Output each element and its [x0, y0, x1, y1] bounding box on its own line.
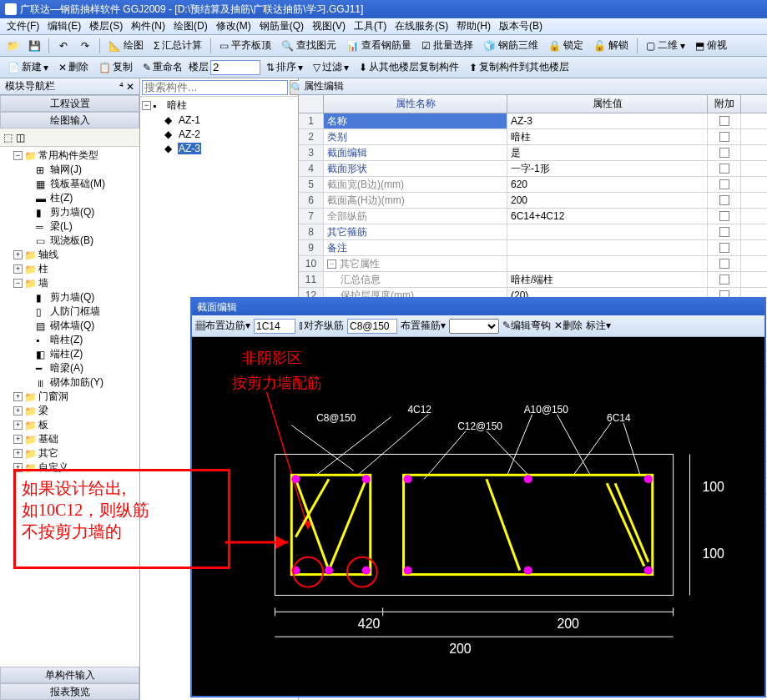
- top-view-button[interactable]: ⬒俯视: [692, 37, 730, 54]
- prop-value[interactable]: 一字-1形: [507, 161, 708, 176]
- component-type-tree[interactable]: −📁常用构件类型⊞轴网(J)▦筏板基础(M)▬柱(Z)▮剪力墙(Q)═梁(L)▭…: [0, 147, 139, 667]
- menu-component[interactable]: 构件(N): [128, 18, 169, 34]
- subtree-item[interactable]: ◆AZ-3: [142, 141, 296, 155]
- draw-button[interactable]: 📐绘图: [105, 37, 147, 54]
- menu-file[interactable]: 文件(F): [3, 18, 43, 34]
- nav-close-icon[interactable]: ⁴ ✕: [119, 81, 134, 93]
- accordion-report[interactable]: 报表预览: [0, 683, 139, 700]
- rebar-3d-button[interactable]: 🧊钢筋三维: [480, 37, 542, 54]
- flat-slab-button[interactable]: ▭平齐板顶: [216, 37, 275, 54]
- sort-button[interactable]: ⇅排序▾: [262, 58, 307, 76]
- rename-button[interactable]: ✎重命名: [139, 58, 187, 76]
- tree-item[interactable]: ⫼砌体加筋(Y): [2, 375, 138, 390]
- expand-icon[interactable]: +: [13, 264, 23, 274]
- prop-extra-checkbox[interactable]: [708, 177, 741, 192]
- tree-item[interactable]: ▮剪力墙(Q): [2, 205, 138, 219]
- prop-value[interactable]: 是: [507, 145, 708, 160]
- tree-item[interactable]: +📁柱: [2, 262, 138, 276]
- property-row[interactable]: 1名称AZ-3: [299, 113, 767, 129]
- prop-extra-checkbox[interactable]: [708, 129, 741, 144]
- tree-item[interactable]: −📁常用构件类型: [2, 149, 138, 163]
- edit-hook-button[interactable]: ✎编辑弯钩: [502, 319, 551, 333]
- prop-extra-checkbox[interactable]: [708, 209, 741, 224]
- expand-icon[interactable]: −: [13, 151, 23, 160]
- copy-button[interactable]: 📋复制: [94, 58, 137, 76]
- filter-button[interactable]: ▽过滤▾: [309, 58, 353, 76]
- prop-value[interactable]: 暗柱: [507, 129, 708, 144]
- prop-extra-checkbox[interactable]: [708, 224, 741, 239]
- prop-extra-checkbox[interactable]: [708, 272, 741, 287]
- menu-online[interactable]: 在线服务(S): [391, 18, 452, 34]
- search-input[interactable]: [142, 80, 288, 95]
- menu-rebar[interactable]: 钢筋量(Q): [256, 18, 307, 34]
- copy-to-floor-button[interactable]: ⬆复制构件到其他楼层: [465, 58, 573, 76]
- layer-icon[interactable]: ⬚: [3, 132, 13, 144]
- tree-item[interactable]: ▦筏板基础(M): [2, 177, 138, 191]
- tree-item[interactable]: +📁梁: [2, 404, 138, 418]
- copy-from-floor-button[interactable]: ⬇从其他楼层复制构件: [355, 58, 463, 76]
- section-canvas[interactable]: 非阴影区 按剪力墙配筋 C8@150 4C12 C12@150 A10@150 …: [192, 337, 764, 696]
- redo-icon[interactable]: ↷: [76, 37, 94, 55]
- subtree-item[interactable]: ◆AZ-1: [142, 113, 296, 127]
- prop-extra-checkbox[interactable]: [708, 193, 741, 208]
- accordion-project-settings[interactable]: 工程设置: [0, 95, 139, 112]
- expand-icon[interactable]: +: [13, 250, 23, 259]
- tree-item[interactable]: +📁其它: [2, 446, 138, 461]
- prop-value[interactable]: 200: [507, 193, 708, 208]
- menu-help[interactable]: 帮助(H): [453, 18, 494, 34]
- tree-item[interactable]: ▬柱(Z): [2, 191, 138, 205]
- tree-item[interactable]: +📁轴线: [2, 248, 138, 262]
- place-stirrup-button[interactable]: 布置箍筋▾: [401, 319, 446, 333]
- expand-icon[interactable]: +: [13, 406, 23, 415]
- layer2-icon[interactable]: ◫: [16, 132, 25, 144]
- unlock-button[interactable]: 🔓解锁: [590, 37, 632, 54]
- prop-value[interactable]: [507, 256, 708, 271]
- menu-tools[interactable]: 工具(T): [351, 18, 390, 34]
- tree-item[interactable]: +📁基础: [2, 432, 138, 446]
- se-delete-button[interactable]: ✕删除: [554, 319, 583, 333]
- property-row[interactable]: 6截面高(H边)(mm)200: [299, 193, 767, 209]
- expand-icon[interactable]: +: [13, 449, 23, 458]
- annotation-button[interactable]: 标注▾: [586, 319, 611, 333]
- accordion-single-input[interactable]: 单构件输入: [0, 667, 139, 683]
- prop-extra-checkbox[interactable]: [708, 240, 741, 255]
- subtree-root[interactable]: −▪暗柱: [142, 98, 296, 113]
- property-row[interactable]: 10−其它属性: [299, 256, 767, 272]
- prop-value[interactable]: AZ-3: [507, 113, 708, 128]
- menu-view[interactable]: 视图(V): [309, 18, 349, 34]
- tree-item[interactable]: ═梁(L): [2, 219, 138, 234]
- edge-rebar-input[interactable]: [254, 319, 295, 334]
- property-row[interactable]: 5截面宽(B边)(mm)620: [299, 177, 767, 193]
- accordion-draw-input[interactable]: 绘图输入: [0, 112, 139, 128]
- property-row[interactable]: 7全部纵筋6C14+4C12: [299, 209, 767, 224]
- tree-item[interactable]: −📁墙: [2, 276, 138, 290]
- delete-button[interactable]: ✕删除: [54, 58, 93, 76]
- tree-item[interactable]: ▮剪力墙(Q): [2, 290, 138, 305]
- summary-button[interactable]: Σ汇总计算: [150, 37, 205, 54]
- floor-input[interactable]: [210, 60, 260, 75]
- prop-value[interactable]: [507, 240, 708, 255]
- expand-icon[interactable]: +: [13, 392, 23, 401]
- menu-floor[interactable]: 楼层(S): [86, 18, 126, 34]
- batch-select-button[interactable]: ☑批量选择: [418, 37, 477, 54]
- prop-value[interactable]: [507, 224, 708, 239]
- prop-value[interactable]: 暗柱/端柱: [507, 272, 708, 287]
- property-row[interactable]: 4截面形状一字-1形: [299, 161, 767, 177]
- expand-icon[interactable]: −: [13, 279, 23, 288]
- undo-icon[interactable]: ↶: [54, 37, 73, 55]
- tree-item[interactable]: ▪暗柱(Z): [2, 333, 138, 347]
- expand-icon[interactable]: −: [327, 259, 336, 269]
- prop-value[interactable]: 6C14+4C12: [507, 209, 708, 224]
- save-icon[interactable]: 💾: [25, 37, 43, 55]
- expand-icon[interactable]: +: [13, 421, 23, 430]
- view-rebar-qty-button[interactable]: 📊查看钢筋量: [343, 37, 415, 54]
- menu-edit[interactable]: 编辑(E): [44, 18, 84, 34]
- prop-extra-checkbox[interactable]: [708, 113, 741, 128]
- prop-extra-checkbox[interactable]: [708, 161, 741, 176]
- property-row[interactable]: 8其它箍筋: [299, 224, 767, 240]
- menu-draw[interactable]: 绘图(D): [170, 18, 211, 34]
- tree-item[interactable]: ▤砌体墙(Q): [2, 319, 138, 333]
- menu-version[interactable]: 版本号(B): [496, 18, 546, 34]
- property-row[interactable]: 2类别暗柱: [299, 129, 767, 145]
- prop-extra-checkbox[interactable]: [708, 145, 741, 160]
